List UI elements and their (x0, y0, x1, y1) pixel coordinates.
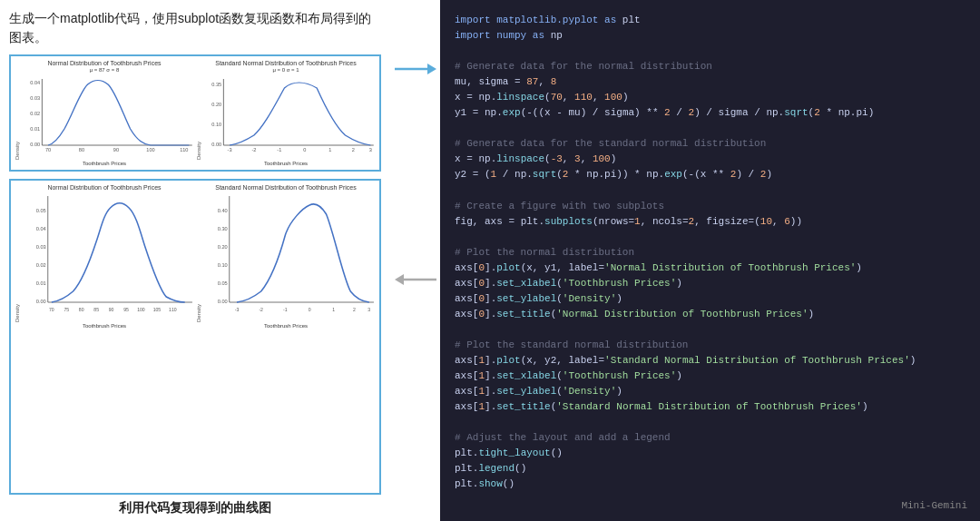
top-charts-row: Normal Distribution of Toothbrush Prices… (15, 60, 376, 166)
svg-text:2: 2 (353, 307, 356, 312)
top-right-chart-area: Density 0.00 0.10 0.20 0.35 -3 -2 (196, 74, 376, 160)
svg-text:105: 105 (153, 307, 162, 312)
svg-text:-2: -2 (259, 307, 263, 312)
bottom-right-x-label: Toothbrush Prices (264, 323, 308, 329)
top-left-y-label: Density (15, 74, 20, 160)
svg-text:100: 100 (137, 307, 145, 312)
svg-text:-2: -2 (251, 147, 256, 152)
svg-text:0.20: 0.20 (211, 102, 221, 107)
code-line-cm1: # Generate data for the normal distribut… (455, 59, 965, 74)
code-line-6: y1 = np.exp(-((x - mu) / sigma) ** 2 / 2… (455, 105, 965, 121)
top-left-chart: Normal Distribution of Toothbrush Prices… (15, 60, 194, 166)
bottom-charts-row: Normal Distribution of Toothbrush Prices… (15, 184, 376, 329)
svg-text:3: 3 (369, 147, 372, 152)
svg-text:0.01: 0.01 (30, 126, 40, 132)
code-line-18: axs[1].plot(x, y2, label='Standard Norma… (455, 353, 965, 369)
svg-text:0.05: 0.05 (36, 208, 46, 213)
bottom-charts-box: Normal Distribution of Toothbrush Prices… (9, 179, 381, 495)
top-left-title: Normal Distribution of Toothbrush Prices (47, 60, 161, 66)
svg-text:90: 90 (109, 307, 114, 312)
code-line-blank-2 (455, 121, 965, 136)
svg-text:2: 2 (352, 147, 355, 152)
svg-text:80: 80 (79, 307, 84, 312)
svg-text:0.30: 0.30 (218, 226, 228, 231)
branding-label: Mini-Gemini (901, 498, 967, 514)
bottom-left-x-label: Toothbrush Prices (83, 323, 126, 329)
svg-text:0.00: 0.00 (218, 299, 228, 304)
svg-text:0.00: 0.00 (36, 299, 46, 304)
svg-text:0.05: 0.05 (218, 280, 228, 286)
svg-text:-3: -3 (235, 307, 240, 312)
svg-text:0.10: 0.10 (218, 262, 228, 268)
svg-text:75: 75 (64, 307, 69, 312)
svg-text:100: 100 (146, 147, 154, 152)
svg-text:0: 0 (303, 147, 306, 152)
code-line-cm3: # Create a figure with two subplots (455, 199, 965, 214)
code-line-cm5: # Plot the standard normal distribution (455, 338, 965, 353)
bottom-right-y-label: Density (196, 192, 201, 322)
code-line-cm2: # Generate data for the standard normal … (455, 136, 965, 152)
svg-text:0.02: 0.02 (30, 111, 40, 116)
bottom-left-y-label: Density (15, 192, 20, 322)
code-line-2: import numpy as np (455, 28, 965, 44)
svg-text:0.02: 0.02 (36, 262, 46, 268)
bottom-left-svg: 0.00 0.01 0.02 0.03 0.04 0.05 70 75 80 8… (22, 192, 194, 322)
top-right-x-label: Toothbrush Prices (264, 161, 308, 166)
svg-marker-60 (395, 274, 404, 285)
svg-text:0.35: 0.35 (211, 82, 221, 87)
svg-text:70: 70 (49, 307, 54, 312)
bottom-right-svg: 0.00 0.05 0.10 0.20 0.30 0.40 -3 -2 -1 0 (203, 192, 376, 322)
svg-text:0.10: 0.10 (211, 122, 221, 127)
svg-text:0.04: 0.04 (36, 226, 46, 231)
caption-text: 利用代码复现得到的曲线图 (9, 500, 381, 516)
svg-text:-3: -3 (228, 147, 232, 152)
code-line-4: mu, sigma = 87, 8 (455, 74, 965, 90)
code-line-21: axs[1].set_title('Standard Normal Distri… (455, 399, 965, 415)
code-line-blank-6 (455, 415, 965, 430)
bottom-right-title: Standard Normal Distribution of Toothbru… (215, 184, 357, 191)
svg-text:110: 110 (180, 147, 188, 152)
right-panel: import matplotlib.pyplot as plt import n… (440, 0, 980, 521)
top-right-y-label: Density (196, 74, 201, 160)
top-right-svg: 0.00 0.10 0.20 0.35 -3 -2 -1 0 1 2 3 (203, 74, 376, 160)
svg-text:0.40: 0.40 (218, 208, 228, 213)
svg-text:-1: -1 (283, 307, 288, 312)
svg-marker-58 (427, 64, 436, 74)
top-left-x-label: Toothbrush Prices (83, 161, 126, 166)
bottom-left-title: Normal Distribution of Toothbrush Prices (47, 184, 161, 191)
code-line-9: y2 = (1 / np.sqrt(2 * np.pi)) * np.exp(-… (455, 167, 965, 182)
svg-text:0.01: 0.01 (36, 280, 46, 286)
svg-text:110: 110 (169, 307, 177, 312)
top-left-svg: 0.00 0.01 0.02 0.03 0.04 70 80 90 100 1 (22, 74, 194, 160)
top-right-chart: Standard Normal Distribution of Toothbru… (196, 60, 376, 166)
right-arrow-icon (393, 55, 438, 83)
svg-text:0.03: 0.03 (36, 244, 46, 250)
code-line-13: axs[0].plot(x, y1, label='Normal Distrib… (455, 260, 965, 276)
svg-text:0.00: 0.00 (211, 142, 221, 147)
code-line-blank-5 (455, 322, 965, 338)
code-line-cm6: # Adjust the layout and add a legend (455, 430, 965, 446)
svg-text:3: 3 (368, 307, 370, 312)
svg-text:1: 1 (328, 147, 331, 152)
top-left-subtitle: μ = 87 σ = 8 (90, 67, 120, 73)
code-line-cm4: # Plot the normal distribution (455, 245, 965, 260)
arrows-area (390, 0, 440, 521)
code-line-11: fig, axs = plt.subplots(nrows=1, ncols=2… (455, 214, 965, 230)
bottom-right-chart-area: Density 0.00 0.05 0.10 0.20 0.30 0.40 (196, 192, 376, 322)
svg-text:85: 85 (93, 307, 99, 312)
svg-text:0.00: 0.00 (30, 142, 40, 147)
code-line-19: axs[1].set_xlabel('Toothbrush Prices') (455, 369, 965, 384)
code-line-15: axs[0].set_ylabel('Density') (455, 291, 965, 307)
top-right-subtitle: μ = 0 σ = 1 (272, 67, 299, 73)
instruction-text: 生成一个matplotlib代码，使用subplot函数复现函数和布局得到的图表… (9, 9, 381, 47)
svg-text:90: 90 (113, 147, 119, 152)
code-line-23: plt.tight_layout() (455, 446, 965, 461)
bottom-right-chart: Standard Normal Distribution of Toothbru… (196, 184, 376, 329)
code-line-blank-3 (455, 183, 965, 199)
svg-text:0.03: 0.03 (30, 95, 40, 101)
bottom-left-chart: Normal Distribution of Toothbrush Prices… (15, 184, 194, 329)
code-line-blank-1 (455, 44, 965, 59)
code-line-8: x = np.linspace(-3, 3, 100) (455, 152, 965, 167)
svg-text:-1: -1 (277, 147, 281, 152)
page-wrapper: 生成一个matplotlib代码，使用subplot函数复现函数和布局得到的图表… (0, 0, 980, 521)
